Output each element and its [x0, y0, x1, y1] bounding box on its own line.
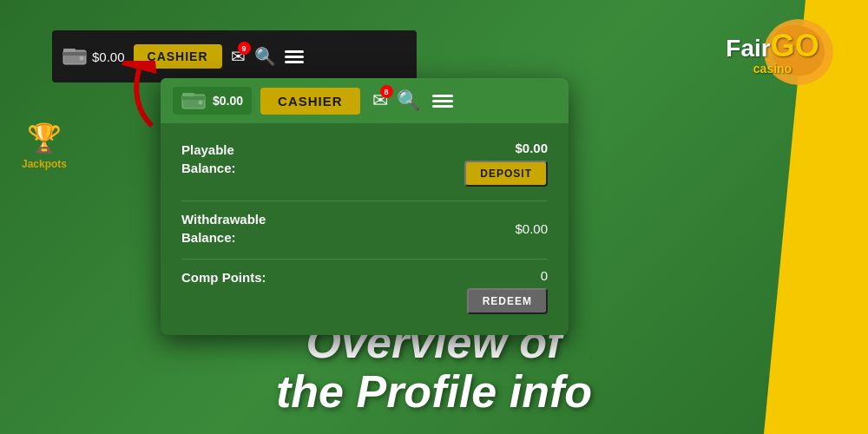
comp-points-right: 0 REDEEM	[467, 268, 548, 314]
bg-search-button[interactable]: 🔍	[254, 46, 276, 67]
popup-mail-button[interactable]: ✉ 8	[372, 89, 388, 112]
divider-2	[181, 259, 548, 260]
bg-navbar: $0.00 CASHIER ✉ 9 🔍	[52, 30, 417, 82]
cashier-popup: $0.00 CASHIER ✉ 8 🔍 PlayableBalance: $0.…	[161, 78, 569, 335]
popup-balance: $0.00	[213, 94, 243, 108]
jackpots-icon: 🏆	[27, 122, 62, 155]
popup-wallet-icon	[181, 91, 206, 110]
playable-balance-amount: $0.00	[515, 141, 548, 155]
wallet-icon	[62, 47, 87, 66]
bottom-text-line2: the Profile info	[0, 367, 868, 417]
logo: FairGO casino	[703, 9, 842, 95]
bg-mail-badge: 9	[238, 42, 251, 55]
svg-rect-2	[63, 52, 86, 56]
popup-topbar: $0.00 CASHIER ✉ 8 🔍	[161, 78, 569, 123]
svg-point-3	[80, 56, 84, 61]
popup-wallet-button[interactable]: $0.00	[173, 87, 252, 115]
jackpots-label: Jackpots	[22, 158, 67, 170]
comp-points-value: 0	[541, 268, 548, 283]
red-arrow	[113, 61, 165, 130]
withdrawable-balance-row: WithdrawableBalance: $0.00	[181, 210, 548, 247]
popup-search-button[interactable]: 🔍	[397, 89, 420, 112]
popup-cashier-button[interactable]: CASHIER	[260, 88, 360, 115]
bg-mail-button[interactable]: ✉ 9	[231, 46, 246, 67]
popup-content: PlayableBalance: $0.00 DEPOSIT Withdrawa…	[161, 123, 569, 335]
redeem-button[interactable]: REDEEM	[467, 288, 548, 314]
comp-points-label: Comp Points:	[181, 268, 266, 286]
playable-balance-right: $0.00 DEPOSIT	[464, 141, 548, 187]
logo-fair: Fair	[726, 35, 770, 62]
comp-points-row: Comp Points: 0 REDEEM	[181, 268, 548, 314]
popup-menu-button[interactable]	[432, 95, 453, 108]
withdrawable-balance-amount: $0.00	[515, 221, 548, 236]
svg-rect-7	[182, 96, 205, 100]
svg-point-8	[199, 101, 203, 105]
logo-go: GO	[771, 28, 819, 63]
popup-mail-badge: 8	[380, 85, 393, 98]
divider-1	[181, 201, 548, 201]
deposit-button[interactable]: DEPOSIT	[464, 161, 548, 187]
withdrawable-balance-label: WithdrawableBalance:	[181, 210, 266, 247]
bg-menu-button[interactable]	[285, 50, 304, 63]
playable-balance-label: PlayableBalance:	[181, 141, 236, 177]
logo-text: FairGO casino	[726, 29, 819, 76]
svg-rect-4	[63, 49, 76, 52]
logo-casino: casino	[726, 62, 819, 76]
jackpots-nav-item[interactable]: 🏆 Jackpots	[22, 122, 67, 170]
svg-rect-9	[182, 93, 194, 96]
playable-balance-row: PlayableBalance: $0.00 DEPOSIT	[181, 141, 548, 187]
